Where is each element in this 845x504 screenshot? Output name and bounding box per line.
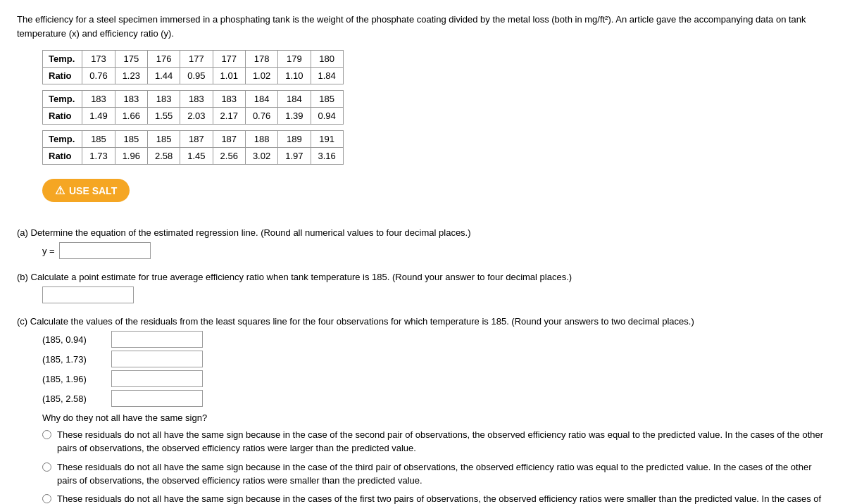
ratio-2-5: 2.17 — [213, 108, 245, 125]
ratio-2-3: 1.55 — [147, 108, 180, 125]
obs-input-4[interactable] — [111, 390, 203, 407]
ratio-2-2: 1.66 — [115, 108, 147, 125]
temp-1-5: 177 — [213, 51, 245, 68]
temp-label-1: Temp. — [43, 51, 82, 68]
temp-1-6: 178 — [245, 51, 277, 68]
obs-row-1: (185, 0.94) — [42, 331, 828, 348]
temp-3-7: 189 — [278, 131, 311, 148]
ratio-3-3: 2.58 — [147, 148, 180, 165]
ratio-2-8: 0.94 — [311, 108, 343, 125]
temp-2-3: 183 — [147, 91, 180, 108]
temp-2-6: 184 — [245, 91, 277, 108]
temp-3-3: 185 — [147, 131, 180, 148]
ratio-1-5: 1.01 — [213, 68, 245, 84]
radio-option-1-input[interactable] — [42, 430, 51, 439]
ratio-2-7: 1.39 — [278, 108, 311, 125]
radio-option-3-text: These residuals do not all have the same… — [57, 493, 828, 504]
radio-option-2-text: These residuals do not all have the same… — [57, 461, 828, 488]
radio-option-2-input[interactable] — [42, 462, 51, 472]
ratio-3-7: 1.97 — [278, 148, 311, 165]
temp-3-2: 185 — [115, 131, 147, 148]
section-c-label: (c) Calculate the values of the residual… — [17, 316, 828, 327]
temp-3-5: 187 — [213, 131, 245, 148]
temp-1-2: 175 — [115, 51, 147, 68]
section-b-label: (b) Calculate a point estimate for true … — [17, 272, 828, 282]
temp-3-1: 185 — [82, 131, 115, 148]
salt-icon: ⚠ — [55, 184, 65, 197]
obs-label-4: (185, 2.58) — [42, 393, 106, 404]
ratio-1-2: 1.23 — [115, 68, 147, 84]
data-table-group1: Temp. 173 175 176 177 177 178 179 180 Ra… — [42, 50, 344, 84]
ratio-1-6: 1.02 — [245, 68, 277, 84]
section-a-label: (a) Determine the equation of the estima… — [17, 227, 828, 238]
ratio-1-1: 0.76 — [82, 68, 115, 84]
data-tables: Temp. 173 175 176 177 177 178 179 180 Ra… — [42, 50, 828, 165]
ratio-label-1: Ratio — [43, 68, 82, 84]
temp-2-8: 185 — [311, 91, 343, 108]
why-label: Why do they not all have the same sign? — [42, 412, 828, 423]
temp-1-3: 176 — [147, 51, 180, 68]
obs-label-2: (185, 1.73) — [42, 354, 106, 365]
ratio-1-7: 1.10 — [278, 68, 311, 84]
obs-row-4: (185, 2.58) — [42, 390, 828, 407]
temp-3-8: 191 — [311, 131, 343, 148]
temp-2-7: 184 — [278, 91, 311, 108]
ratio-3-6: 3.02 — [245, 148, 277, 165]
section-b: (b) Calculate a point estimate for true … — [17, 272, 828, 303]
ratio-label-2: Ratio — [43, 108, 82, 125]
temp-label-3: Temp. — [43, 131, 82, 148]
point-estimate-input[interactable] — [42, 286, 134, 303]
data-table-group2: Temp. 183 183 183 183 183 184 184 185 Ra… — [42, 90, 344, 125]
obs-row-2: (185, 1.73) — [42, 351, 828, 367]
use-salt-button[interactable]: ⚠ USE SALT — [42, 179, 130, 202]
temp-1-7: 179 — [278, 51, 311, 68]
obs-input-3[interactable] — [111, 370, 203, 387]
radio-option-1-text: These residuals do not all have the same… — [57, 429, 828, 455]
temp-3-4: 187 — [180, 131, 213, 148]
ratio-3-4: 1.45 — [180, 148, 213, 165]
ratio-2-6: 0.76 — [245, 108, 277, 125]
temp-1-8: 180 — [311, 51, 343, 68]
radio-option-1: These residuals do not all have the same… — [42, 429, 828, 455]
ratio-3-2: 1.96 — [115, 148, 147, 165]
radio-option-3: These residuals do not all have the same… — [42, 493, 828, 504]
intro-text: The efficiency for a steel specimen imme… — [17, 13, 828, 40]
ratio-2-4: 2.03 — [180, 108, 213, 125]
ratio-3-8: 3.16 — [311, 148, 343, 165]
data-table-group3: Temp. 185 185 185 187 187 188 189 191 Ra… — [42, 130, 344, 165]
section-a: (a) Determine the equation of the estima… — [17, 227, 828, 259]
ratio-1-8: 1.84 — [311, 68, 343, 84]
temp-2-1: 183 — [82, 91, 115, 108]
ratio-label-3: Ratio — [43, 148, 82, 165]
temp-label-2: Temp. — [43, 91, 82, 108]
obs-input-2[interactable] — [111, 351, 203, 367]
ratio-1-3: 1.44 — [147, 68, 180, 84]
ratio-2-1: 1.49 — [82, 108, 115, 125]
y-equals-label: y = — [42, 246, 55, 256]
obs-label-3: (185, 1.96) — [42, 374, 106, 384]
temp-1-1: 173 — [82, 51, 115, 68]
ratio-1-4: 0.95 — [180, 68, 213, 84]
temp-2-5: 183 — [213, 91, 245, 108]
use-salt-label: USE SALT — [69, 185, 117, 196]
section-c: (c) Calculate the values of the residual… — [17, 316, 828, 504]
obs-row-3: (185, 1.96) — [42, 370, 828, 387]
radio-option-3-input[interactable] — [42, 494, 51, 503]
obs-input-1[interactable] — [111, 331, 203, 348]
temp-2-4: 183 — [180, 91, 213, 108]
temp-2-2: 183 — [115, 91, 147, 108]
regression-equation-input[interactable] — [59, 242, 151, 259]
temp-3-6: 188 — [245, 131, 277, 148]
ratio-3-1: 1.73 — [82, 148, 115, 165]
ratio-3-5: 2.56 — [213, 148, 245, 165]
radio-option-2: These residuals do not all have the same… — [42, 461, 828, 488]
temp-1-4: 177 — [180, 51, 213, 68]
obs-label-1: (185, 0.94) — [42, 334, 106, 345]
